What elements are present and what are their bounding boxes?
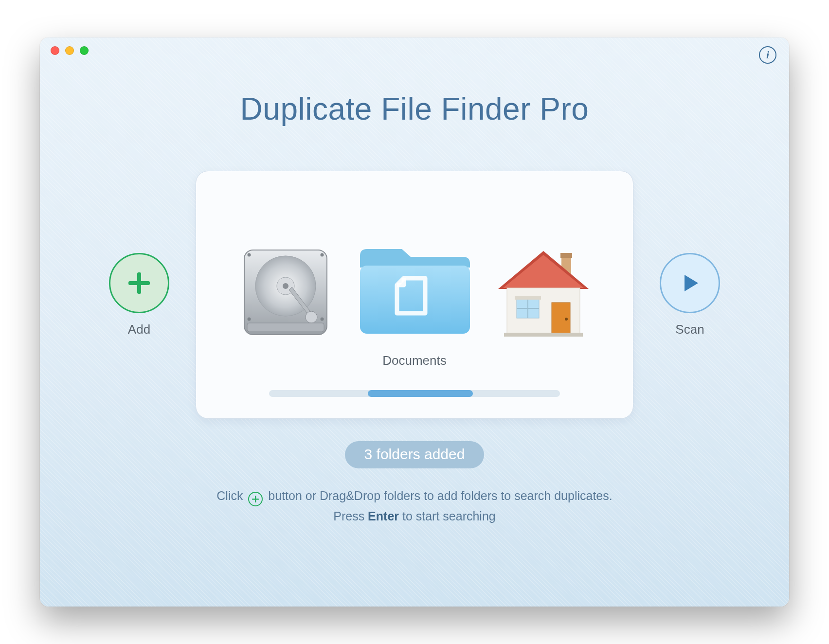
scan-button[interactable] — [660, 253, 720, 313]
close-button[interactable] — [51, 46, 59, 55]
info-icon: i — [766, 49, 769, 61]
scan-button-label: Scan — [675, 322, 704, 337]
svg-point-5 — [283, 283, 288, 289]
hint-line-2: Press Enter to start searching — [40, 506, 789, 526]
scroll-thumb[interactable] — [368, 390, 472, 397]
svg-rect-24 — [504, 333, 583, 337]
info-button[interactable]: i — [759, 46, 776, 64]
svg-point-8 — [248, 253, 251, 256]
plus-mini-icon — [248, 492, 263, 506]
svg-marker-25 — [685, 275, 698, 291]
svg-rect-27 — [252, 499, 259, 500]
scan-column: Scan — [660, 253, 720, 337]
svg-marker-16 — [503, 255, 584, 288]
hint-text: Click button or Drag&Drop folders to add… — [40, 486, 789, 526]
svg-point-6 — [306, 311, 317, 323]
scroll-track[interactable] — [269, 390, 560, 397]
zoom-button[interactable] — [80, 46, 89, 55]
app-window: i Duplicate File Finder Pro Add — [40, 37, 789, 607]
main-row: Add — [40, 171, 789, 419]
folder-icons-row — [234, 232, 595, 343]
svg-rect-18 — [552, 303, 570, 334]
status-badge: 3 folders added — [345, 441, 485, 468]
window-traffic-lights — [51, 46, 89, 55]
svg-point-10 — [248, 317, 251, 321]
folders-card[interactable]: Documents — [196, 171, 633, 419]
svg-rect-7 — [247, 323, 324, 332]
documents-folder-icon[interactable] — [351, 232, 478, 343]
plus-icon — [126, 270, 152, 296]
play-icon — [678, 271, 702, 295]
svg-rect-14 — [560, 253, 572, 258]
svg-point-9 — [321, 253, 324, 256]
home-icon[interactable] — [492, 241, 595, 343]
disk-icon[interactable] — [234, 241, 337, 343]
add-button-label: Add — [128, 322, 150, 337]
add-column: Add — [109, 253, 169, 337]
svg-point-19 — [565, 318, 568, 321]
svg-rect-23 — [515, 296, 541, 300]
svg-rect-12 — [360, 266, 470, 334]
hint-line-1: Click button or Drag&Drop folders to add… — [40, 486, 789, 506]
svg-rect-1 — [128, 281, 150, 285]
app-title: Duplicate File Finder Pro — [40, 91, 789, 127]
minimize-button[interactable] — [65, 46, 74, 55]
selected-folder-label: Documents — [382, 353, 447, 368]
svg-point-11 — [321, 317, 324, 321]
add-button[interactable] — [109, 253, 169, 313]
enter-key-label: Enter — [368, 509, 399, 523]
